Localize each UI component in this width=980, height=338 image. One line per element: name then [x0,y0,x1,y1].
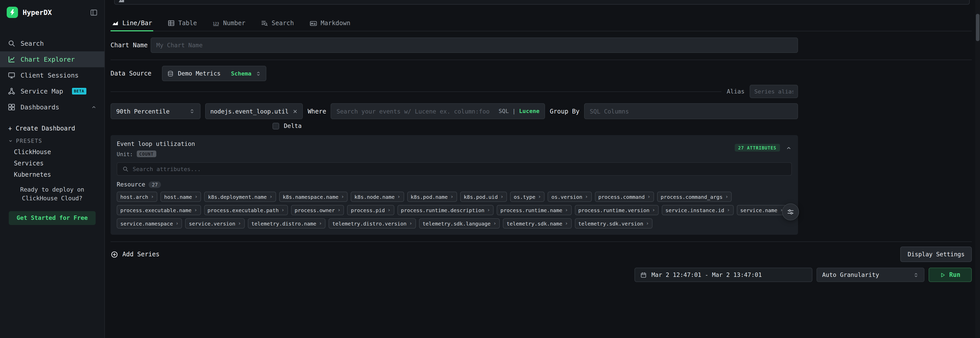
beta-badge: BETA [72,88,86,95]
attribute-chip[interactable]: host.arch › [117,192,158,202]
alias-input[interactable] [754,88,793,95]
sidebar-item-service-map[interactable]: Service Map BETA [0,83,104,99]
run-button[interactable]: Run [929,268,972,282]
filters-fab-button[interactable] [782,203,799,221]
group-by-label: Group By [550,108,579,115]
tab-number[interactable]: 123 Number [211,16,247,31]
attribute-chip[interactable]: telemetry.sdk.name › [503,218,571,229]
sidebar-item-client-sessions[interactable]: Client Sessions [0,67,104,83]
tab-markdown[interactable]: Markdown [308,16,352,31]
attribute-chip[interactable]: os.type › [510,192,544,202]
attribute-chip[interactable]: service.version › [185,218,245,229]
attribute-chip[interactable]: os.version › [548,192,592,202]
get-started-button[interactable]: Get Started for Free [9,211,95,225]
unit-row: Unit: COUNT [117,151,195,157]
svg-text:123: 123 [213,21,219,25]
attribute-chip[interactable]: process.executable.path › [204,205,288,215]
alias-row: Alias [111,84,798,98]
sidebar-item-label: Search [21,40,44,47]
attribute-chip[interactable]: process.command › [595,192,654,202]
attribute-chip-label: host.name [164,194,192,200]
attribute-chip[interactable]: telemetry.sdk.language › [419,218,500,229]
area-chart-icon [118,0,125,3]
time-range-picker[interactable]: Mar 2 12:47:01 - Mar 2 13:47:01 [635,268,812,282]
attribute-group-label: Resource [117,181,145,188]
attribute-search-box [117,162,792,176]
attribute-chip[interactable]: k8s.pod.uid › [460,192,507,202]
attribute-chip[interactable]: service.namespace › [117,218,182,229]
sql-toggle[interactable]: SQL [498,108,509,114]
attribute-chip[interactable]: telemetry.distro.version › [329,218,416,229]
delta-row: Delta [272,122,972,129]
attribute-chip[interactable]: telemetry.sdk.version › [574,218,652,229]
attribute-chip[interactable]: process.pid › [347,205,395,215]
data-source-value: Demo Metrics [178,70,221,77]
sidebar-preset-item[interactable]: Kubernetes [0,169,104,180]
remove-metric-icon[interactable] [293,109,298,114]
sidebar-collapse-icon[interactable] [90,8,98,16]
add-series-button[interactable]: Add Series [111,251,160,258]
create-dashboard-button[interactable]: + Create Dashboard [0,122,104,135]
attribute-chip-label: os.type [514,194,535,200]
attribute-chip[interactable]: process.runtime.description › [397,205,493,215]
dashboard-name-input-cutoff[interactable] [114,0,970,5]
chart-type-tabs: Line/Bar Table 123 Number Search [111,16,972,31]
chart-name-input[interactable] [156,41,792,49]
tab-line-bar[interactable]: Line/Bar [111,16,153,31]
list-search-icon [261,19,268,27]
display-settings-button[interactable]: Display Settings [900,247,972,262]
collapse-panel-icon[interactable] [786,144,792,151]
chevron-right-icon: › [652,208,655,213]
attribute-chip-label: process.command [598,194,645,200]
attribute-chip[interactable]: k8s.namespace.name › [279,192,348,202]
lucene-toggle[interactable]: Lucene [519,108,539,114]
sidebar-item-dashboards[interactable]: Dashboards [0,99,104,115]
schema-link[interactable]: Schema [231,70,252,77]
sidebar-item-search[interactable]: Search [0,35,104,51]
chevron-right-icon: › [585,194,588,199]
tab-table[interactable]: Table [167,16,198,31]
service-map-icon [8,87,16,95]
chart-name-label: Chart Name [111,41,151,49]
metric-description: Event loop utilization [117,140,195,148]
attribute-chip[interactable]: process.runtime.version › [574,205,659,215]
aggregation-select[interactable]: 90th Percentile [111,103,200,119]
app-window: HyperDX Search Chart Explorer [0,0,980,338]
granularity-select[interactable]: Auto Granularity [816,268,924,282]
group-by-input[interactable] [590,108,792,115]
delta-checkbox[interactable] [272,122,279,129]
tab-search[interactable]: Search [260,16,295,31]
chevron-right-icon: › [397,194,400,199]
attribute-chip[interactable]: service.name › [737,205,787,215]
sidebar-item-label: Chart Explorer [21,56,75,63]
divider [111,91,722,92]
chevron-right-icon: › [500,194,503,199]
sidebar-preset-item[interactable]: ClickHouse [0,146,104,158]
presets-toggle[interactable]: PRESETS [0,135,104,146]
attribute-chip[interactable]: k8s.pod.name › [407,192,457,202]
chevron-right-icon: › [269,194,272,199]
markdown-icon [309,19,317,27]
chart-name-row: Chart Name [111,38,798,53]
scrollbar-thumb[interactable] [976,14,980,41]
query-language-toggle: SQL | Lucene [498,108,539,114]
attribute-chip[interactable]: process.runtime.name › [497,205,571,215]
attribute-chip[interactable]: process.owner › [291,205,344,215]
database-icon [167,70,174,77]
sidebar-preset-item[interactable]: Services [0,158,104,169]
attribute-search-input[interactable] [133,166,786,172]
data-source-select[interactable]: Demo Metrics Schema [162,66,266,81]
attribute-chip[interactable]: k8s.node.name › [351,192,404,202]
sidebar-item-chart-explorer[interactable]: Chart Explorer [0,51,104,67]
attribute-chip[interactable]: service.instance.id › [662,205,733,215]
metric-chip[interactable]: nodejs.event_loop.util [205,103,303,119]
attribute-chip[interactable]: process.command_args › [657,192,732,202]
attribute-chip-label: process.executable.name [120,207,191,213]
attribute-chip[interactable]: k8s.deployment.name › [204,192,276,202]
attribute-chip[interactable]: telemetry.distro.name › [248,218,326,229]
data-source-label: Data Source [111,70,162,77]
attribute-chip[interactable]: host.name › [161,192,201,202]
where-input[interactable] [337,108,495,115]
attribute-chip[interactable]: process.executable.name › [117,205,201,215]
tab-label: Markdown [321,19,350,27]
